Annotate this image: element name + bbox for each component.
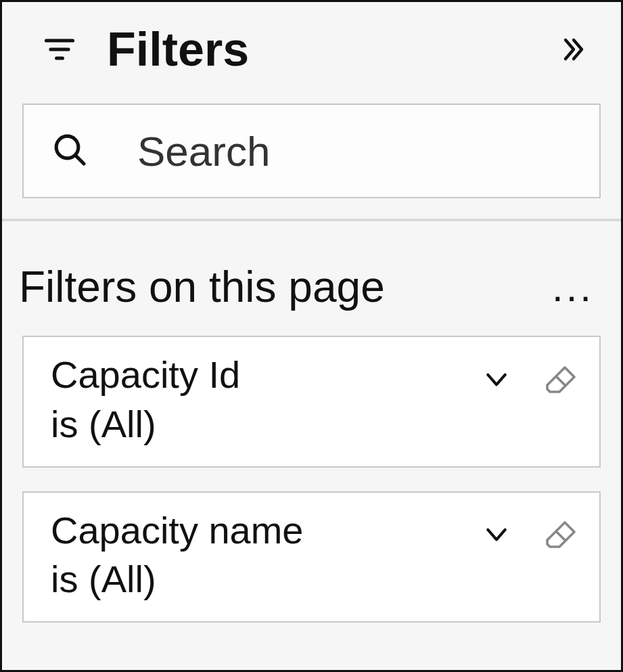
page-filters-section: Filters on this page ... Capacity Id is … bbox=[2, 221, 621, 623]
pane-title: Filters bbox=[107, 22, 553, 76]
expand-filter-button[interactable] bbox=[478, 361, 515, 398]
svg-line-4 bbox=[76, 156, 84, 164]
section-header: Filters on this page ... bbox=[22, 262, 601, 312]
filter-field-name: Capacity Id bbox=[51, 351, 478, 400]
more-options-button[interactable]: ... bbox=[552, 264, 601, 311]
filter-status: is (All) bbox=[51, 555, 478, 604]
svg-line-5 bbox=[555, 376, 566, 386]
filter-card-capacity-id[interactable]: Capacity Id is (All) bbox=[22, 336, 601, 468]
search-box[interactable] bbox=[22, 104, 601, 198]
filter-status: is (All) bbox=[51, 400, 478, 449]
expand-filter-button[interactable] bbox=[478, 516, 515, 554]
filter-card-text: Capacity Id is (All) bbox=[51, 351, 478, 449]
filter-card-text: Capacity name is (All) bbox=[51, 506, 478, 605]
filter-card-capacity-name[interactable]: Capacity name is (All) bbox=[22, 491, 601, 623]
section-title: Filters on this page bbox=[19, 262, 552, 312]
filter-icon bbox=[39, 29, 80, 70]
clear-filter-button[interactable] bbox=[542, 361, 579, 398]
filter-card-actions bbox=[478, 351, 579, 398]
filters-pane: Filters Filters on this page ... bbox=[0, 0, 623, 672]
filter-card-actions bbox=[478, 506, 579, 554]
search-input[interactable] bbox=[136, 127, 623, 176]
search-icon bbox=[51, 131, 89, 171]
clear-filter-button[interactable] bbox=[542, 516, 579, 554]
collapse-pane-button[interactable] bbox=[553, 29, 594, 70]
filter-field-name: Capacity name bbox=[51, 506, 478, 556]
svg-line-6 bbox=[555, 531, 566, 541]
search-container bbox=[2, 83, 621, 219]
pane-header: Filters bbox=[2, 2, 621, 83]
